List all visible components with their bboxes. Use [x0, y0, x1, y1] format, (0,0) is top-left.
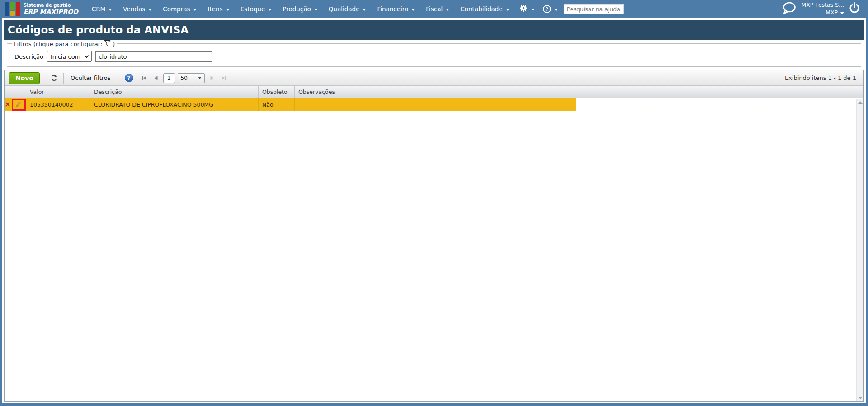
- page-size-select[interactable]: 50: [178, 73, 205, 83]
- filter-funnel-icon: [104, 40, 111, 48]
- chevron-down-icon: [85, 53, 89, 58]
- filters-legend[interactable]: Filtros (clique para configurar: ): [12, 40, 117, 48]
- menu-financeiro[interactable]: Financeiro: [372, 5, 420, 13]
- menu-crm[interactable]: CRM: [86, 5, 118, 13]
- header-scrollbar-spacer: [856, 86, 863, 98]
- chevron-down-icon: [108, 9, 112, 11]
- cell-descricao: CLORIDRATO DE CIPROFLOXACINO 500MG: [90, 98, 259, 111]
- chevron-down-icon: [840, 12, 844, 14]
- chevron-down-icon: [506, 9, 509, 11]
- chevron-down-icon: [446, 9, 449, 11]
- first-page-button[interactable]: [140, 74, 149, 83]
- filter-field-label: Descrição: [14, 53, 43, 60]
- menu-compras[interactable]: Compras: [157, 5, 202, 13]
- account-user-menu[interactable]: MXP: [826, 9, 844, 17]
- grid-help-icon[interactable]: ?: [125, 74, 133, 82]
- annotation-highlight-box: [12, 99, 26, 111]
- logo-tagline: Sistema de gestão: [24, 3, 78, 8]
- scroll-down-icon[interactable]: [858, 397, 863, 399]
- last-page-button[interactable]: [219, 74, 228, 83]
- column-header-valor[interactable]: Valor: [26, 86, 90, 98]
- erp-logo-icon: [5, 2, 20, 16]
- column-header-obsoleto[interactable]: Obsoleto: [259, 86, 295, 98]
- page-title-bar: Códigos de produto da ANVISA: [4, 20, 864, 40]
- grid-toolbar: Novo Ocultar filtros ?: [5, 70, 863, 86]
- column-header-actions: [5, 86, 26, 98]
- chevron-down-icon: [531, 9, 535, 11]
- chevron-down-icon: [198, 77, 202, 79]
- menu-contabilidade[interactable]: Contabilidade: [455, 5, 514, 13]
- chevron-down-icon: [314, 9, 318, 11]
- power-logout-icon[interactable]: [849, 2, 860, 16]
- menu-estoque[interactable]: Estoque: [235, 5, 278, 13]
- column-header-observacoes[interactable]: Observações: [295, 86, 856, 98]
- grid-header-row: Valor Descrição Obsoleto Observações: [5, 86, 863, 98]
- table-row[interactable]: 105350140002 CLORIDRATO DE CIPROFLOXACIN…: [5, 98, 576, 111]
- filter-value-input[interactable]: [95, 51, 212, 62]
- chevron-down-icon: [554, 9, 558, 11]
- filters-panel: Filtros (clique para configurar: ) Descr…: [7, 43, 861, 67]
- help-search-input[interactable]: [564, 4, 624, 14]
- menu-itens[interactable]: Itens: [202, 5, 235, 13]
- next-page-button[interactable]: [208, 74, 217, 83]
- page-title: Códigos de produto da ANVISA: [4, 24, 189, 36]
- page-number-input[interactable]: [163, 73, 175, 83]
- delete-row-icon[interactable]: [5, 101, 10, 108]
- toolbar-separator: [63, 73, 64, 84]
- logo-brand: ERP MAXIPROD: [24, 8, 78, 15]
- filter-operator-select[interactable]: Inicia com: [47, 51, 92, 62]
- results-grid: Novo Ocultar filtros ?: [4, 70, 864, 402]
- vertical-scrollbar[interactable]: [856, 99, 863, 401]
- edit-pencil-icon[interactable]: [15, 100, 23, 109]
- items-count-label: Exibindo itens 1 - 1 de 1: [785, 75, 859, 81]
- toolbar-separator: [118, 73, 118, 84]
- chevron-down-icon: [268, 9, 272, 11]
- scroll-up-icon[interactable]: [858, 101, 863, 104]
- chevron-down-icon: [411, 9, 415, 11]
- chevron-down-icon: [363, 9, 366, 11]
- menu-producao[interactable]: Produção: [277, 5, 323, 13]
- erp-logo[interactable]: Sistema de gestão ERP MAXIPROD: [5, 2, 78, 16]
- chevron-down-icon: [148, 9, 152, 11]
- menu-fiscal[interactable]: Fiscal: [420, 5, 455, 13]
- cell-valor: 105350140002: [26, 98, 90, 111]
- chat-bubble-icon[interactable]: [782, 1, 797, 17]
- top-nav-bar: Sistema de gestão ERP MAXIPROD CRM Venda…: [2, 0, 866, 18]
- app-window: Sistema de gestão ERP MAXIPROD CRM Venda…: [2, 0, 866, 403]
- cell-obsoleto: Não: [259, 98, 295, 111]
- toolbar-separator: [44, 73, 44, 84]
- account-company-name: MXP Festas S...: [802, 1, 844, 9]
- prev-page-button[interactable]: [151, 74, 160, 83]
- settings-menu-button[interactable]: [515, 4, 539, 14]
- refresh-button[interactable]: [48, 73, 59, 84]
- pagination: 50: [140, 73, 228, 83]
- menu-qualidade[interactable]: Qualidade: [323, 5, 372, 13]
- chevron-down-icon: [193, 9, 197, 11]
- menu-vendas[interactable]: Vendas: [118, 5, 157, 13]
- main-menu: CRM Vendas Compras Itens Estoque Produçã…: [86, 5, 515, 13]
- gear-icon: [519, 4, 528, 14]
- cell-observacoes: [295, 98, 576, 111]
- hide-filters-button[interactable]: Ocultar filtros: [68, 75, 113, 81]
- help-icon: ?: [543, 5, 551, 13]
- help-menu-button[interactable]: ?: [539, 5, 562, 13]
- chevron-down-icon: [226, 9, 230, 11]
- column-header-descricao[interactable]: Descrição: [90, 86, 259, 98]
- new-button[interactable]: Novo: [9, 72, 40, 84]
